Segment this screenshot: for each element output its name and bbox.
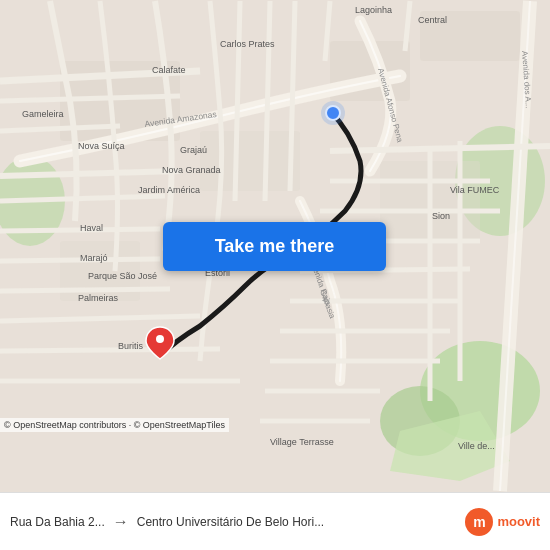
- route-to-label: Centro Universitário De Belo Hori...: [137, 515, 460, 529]
- bottom-bar: Rua Da Bahia 2... → Centro Universitário…: [0, 492, 550, 550]
- svg-text:Vila FUMEC: Vila FUMEC: [450, 185, 500, 195]
- svg-text:Jardim América: Jardim América: [138, 185, 200, 195]
- svg-text:Nova Granada: Nova Granada: [162, 165, 221, 175]
- svg-text:Haval: Haval: [80, 223, 103, 233]
- take-me-there-button[interactable]: Take me there: [163, 222, 386, 271]
- svg-text:Ville de...: Ville de...: [458, 441, 495, 451]
- svg-point-68: [156, 335, 164, 343]
- svg-text:Sion: Sion: [432, 211, 450, 221]
- svg-text:Parque São José: Parque São José: [88, 271, 157, 281]
- svg-text:Gameleira: Gameleira: [22, 109, 64, 119]
- svg-text:Marajó: Marajó: [80, 253, 108, 263]
- moovit-icon: m: [465, 508, 493, 536]
- svg-point-67: [321, 101, 345, 125]
- map-container: Lagoinha Central Carlos Prates Calafate …: [0, 0, 550, 492]
- svg-text:Lagoinha: Lagoinha: [355, 5, 392, 15]
- osm-attribution: © OpenStreetMap contributors · © OpenStr…: [0, 418, 229, 432]
- svg-text:Buritis: Buritis: [118, 341, 144, 351]
- moovit-logo: m moovit: [465, 508, 540, 536]
- app: Lagoinha Central Carlos Prates Calafate …: [0, 0, 550, 550]
- svg-line-21: [0, 289, 170, 291]
- svg-text:Palmeiras: Palmeiras: [78, 293, 119, 303]
- moovit-text: moovit: [497, 514, 540, 529]
- svg-text:Nova Suíça: Nova Suíça: [78, 141, 125, 151]
- route-from-label: Rua Da Bahia 2...: [10, 515, 105, 529]
- svg-text:Calafate: Calafate: [152, 65, 186, 75]
- svg-rect-7: [200, 131, 300, 191]
- svg-text:Grajaú: Grajaú: [180, 145, 207, 155]
- svg-text:Village Terrasse: Village Terrasse: [270, 437, 334, 447]
- svg-line-23: [0, 349, 220, 351]
- route-arrow-icon: →: [113, 513, 129, 531]
- svg-text:Central: Central: [418, 15, 447, 25]
- svg-text:Carlos Prates: Carlos Prates: [220, 39, 275, 49]
